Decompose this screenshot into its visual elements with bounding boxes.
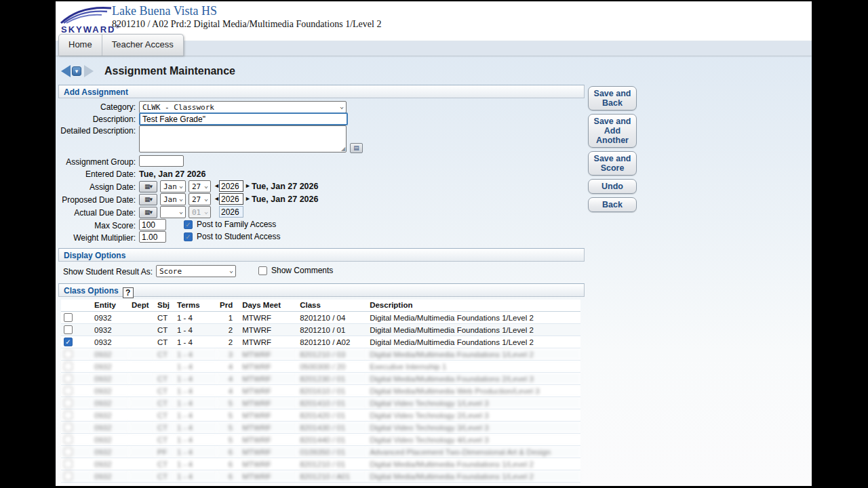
col-class: Class xyxy=(297,300,367,312)
class-row-checkbox[interactable] xyxy=(64,399,73,407)
cell-entity: 0932 xyxy=(92,397,129,409)
entered-date-label: Entered Date: xyxy=(56,169,136,179)
col-days-meet: Days Meet xyxy=(239,300,297,312)
category-select[interactable]: CLWK - Classwork⌄ xyxy=(139,101,347,113)
assign-date-label: Assign Date: xyxy=(56,182,136,192)
cell-dept xyxy=(129,409,155,422)
cell-terms: 1 - 4 xyxy=(174,336,217,348)
col-terms: Terms xyxy=(174,300,217,312)
actual-due-date-calendar-icon[interactable]: ▦▾ xyxy=(139,207,157,218)
resize-handle-icon[interactable]: ◢ xyxy=(341,146,345,152)
proposed-due-date-month-select[interactable]: Jan⌄ xyxy=(160,193,186,205)
cell-description: Digital Media/Multimedia Foundations 1/L… xyxy=(367,470,580,483)
cell-class: 8201420 / 01 xyxy=(297,409,367,422)
cell-entity: 0932 xyxy=(92,348,129,361)
skyward-logo[interactable]: SKYWARD® xyxy=(60,4,113,35)
action-buttons: Save and Back Save and Add Another Save … xyxy=(588,86,637,212)
class-row-checkbox[interactable] xyxy=(64,447,73,456)
cell-prd: 4 xyxy=(217,385,239,397)
cell-description: Digital Video Technology 1/Level 3 xyxy=(367,397,580,409)
proposed-due-date-next-year-icon[interactable]: ► xyxy=(245,195,251,202)
proposed-due-date-day-select[interactable]: 27⌄ xyxy=(189,193,211,205)
cell-sbj: CT xyxy=(155,422,174,434)
cell-terms: 1 - 4 xyxy=(174,348,217,361)
cell-prd: 3 xyxy=(217,348,239,361)
tab-bar: Home Teacher Access xyxy=(58,34,184,56)
actual-due-date-year-input[interactable] xyxy=(219,206,243,218)
tab-home[interactable]: Home xyxy=(59,35,102,56)
class-row-checkbox[interactable] xyxy=(64,423,73,432)
class-row-checkbox[interactable] xyxy=(64,350,73,359)
class-row-checkbox[interactable] xyxy=(64,386,73,395)
cell-entity: 0932 xyxy=(92,324,129,336)
weight-multiplier-input[interactable] xyxy=(139,231,166,243)
class-row-checkbox[interactable] xyxy=(64,362,73,371)
cell-entity: 0932 xyxy=(92,361,129,373)
cell-dept xyxy=(129,336,155,348)
cell-dept xyxy=(129,470,155,483)
class-row-checkbox[interactable] xyxy=(64,313,73,322)
cell-sbj: CT xyxy=(155,385,174,397)
cell-entity: 0932 xyxy=(92,312,129,324)
cell-sbj: CT xyxy=(155,324,174,336)
show-student-result-as-select[interactable]: Score⌄ xyxy=(156,265,236,277)
class-row: 0932CT1 - 45MTWRF8201410 / 01Digital Vid… xyxy=(61,397,580,409)
cell-prd: 2 xyxy=(217,336,239,348)
class-options-table: Entity Dept Sbj Terms Prd Days Meet Clas… xyxy=(61,300,580,483)
proposed-due-date-label: Proposed Due Date: xyxy=(56,195,136,205)
col-dept: Dept xyxy=(129,300,155,312)
cell-terms: 1 - 4 xyxy=(174,361,217,373)
cell-class: 8201210 / 01 xyxy=(297,324,367,336)
assignment-group-input[interactable] xyxy=(139,155,184,167)
nav-history-dropdown-icon[interactable]: ▾ xyxy=(72,66,81,76)
cell-days: MTWRF xyxy=(239,434,297,446)
detailed-description-textarea[interactable] xyxy=(139,125,347,152)
class-row-checkbox[interactable]: ✓ xyxy=(64,338,73,346)
class-row-checkbox[interactable] xyxy=(64,460,73,468)
post-to-student-label: Post to Student Access xyxy=(197,232,280,241)
proposed-due-date-year-input[interactable] xyxy=(219,193,243,205)
class-options-table-body: 0932CT1 - 41MTWRF8201210 / 04Digital Med… xyxy=(61,312,580,483)
weight-multiplier-label: Weight Multiplier: xyxy=(56,233,136,243)
class-row-checkbox[interactable] xyxy=(64,472,73,481)
assign-date-year-input[interactable] xyxy=(219,180,243,192)
class-row-checkbox[interactable] xyxy=(64,435,73,444)
cell-terms: 1 - 4 xyxy=(174,373,217,385)
chevron-down-icon: ⌄ xyxy=(204,182,208,189)
assign-date-day-select[interactable]: 27⌄ xyxy=(189,180,211,192)
class-row-checkbox[interactable] xyxy=(64,325,73,334)
save-and-add-another-button[interactable]: Save and Add Another xyxy=(588,114,637,148)
description-input[interactable] xyxy=(139,113,348,125)
cell-entity: 0932 xyxy=(92,336,129,348)
cell-dept xyxy=(129,397,155,409)
cell-days: MTWRF xyxy=(239,397,297,409)
help-icon[interactable]: ? xyxy=(123,287,134,298)
expand-editor-icon[interactable]: ▤ xyxy=(350,143,363,153)
class-row: 0932CT1 - 44MTWRF8201610 / 01Digital Med… xyxy=(61,385,580,397)
assign-date-next-year-icon[interactable]: ► xyxy=(245,182,251,189)
tab-teacher-access[interactable]: Teacher Access xyxy=(102,35,183,56)
cell-class: 8201230 / 01 xyxy=(297,373,367,385)
cell-class: 8201210 / 01 xyxy=(297,458,367,470)
cell-description: Digital Media/Multimedia Foundations 2/L… xyxy=(367,373,580,385)
save-and-score-button[interactable]: Save and Score xyxy=(588,151,637,176)
nav-back-arrow-icon[interactable] xyxy=(61,65,71,77)
save-and-back-button[interactable]: Save and Back xyxy=(588,86,637,110)
max-score-input[interactable] xyxy=(139,219,166,230)
chevron-down-icon: ⌄ xyxy=(340,102,344,110)
class-row-checkbox[interactable] xyxy=(64,411,73,420)
actual-due-date-month-select[interactable]: ⌄ xyxy=(160,206,186,218)
undo-button[interactable]: Undo xyxy=(588,179,637,194)
cell-days: MTWRF xyxy=(239,409,297,422)
class-row-checkbox[interactable] xyxy=(64,374,73,383)
assign-date-month-select[interactable]: Jan⌄ xyxy=(160,180,186,192)
cell-prd: 5 xyxy=(217,422,239,434)
skyward-swoosh-icon xyxy=(60,4,113,24)
show-comments-checkbox[interactable] xyxy=(258,266,267,275)
chevron-down-icon: ⌄ xyxy=(204,207,208,215)
cell-days: MTWRF xyxy=(239,470,297,483)
actual-due-date-day-select: 01⌄ xyxy=(189,206,211,218)
assign-date-calendar-icon[interactable]: ▦▾ xyxy=(139,181,157,192)
back-button[interactable]: Back xyxy=(588,197,637,212)
proposed-due-date-calendar-icon[interactable]: ▦▾ xyxy=(139,194,157,205)
